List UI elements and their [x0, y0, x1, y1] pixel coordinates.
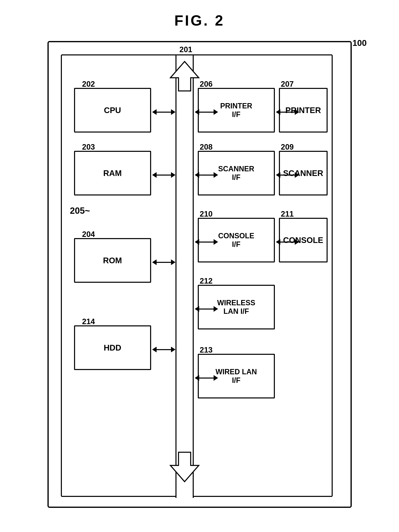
console-arrow-right — [276, 239, 299, 245]
hdd-arrow — [152, 347, 175, 352]
outer-box: 100 201 202 CPU 203 RA — [47, 41, 352, 508]
arrow-up — [169, 59, 200, 92]
ref-205: 205~ — [70, 206, 90, 216]
ref-207: 207 — [281, 80, 294, 89]
ref-211: 211 — [281, 210, 294, 218]
ram-arrow — [152, 172, 175, 178]
ref-203: 203 — [82, 143, 95, 152]
scanner-arrow-right — [276, 172, 299, 178]
ref-209: 209 — [281, 143, 294, 152]
bus-bar — [175, 55, 194, 498]
console-if-arrow-left — [195, 239, 218, 245]
ref-212: 212 — [200, 277, 212, 285]
ram-box: RAM — [74, 151, 151, 196]
label-100: 100 — [352, 38, 367, 48]
ref-213: 213 — [200, 346, 212, 355]
svg-marker-0 — [170, 62, 199, 91]
rom-arrow — [152, 260, 175, 265]
rom-box: ROM — [74, 238, 151, 283]
wired-if-arrow-left — [195, 375, 218, 381]
ref-204: 204 — [82, 230, 95, 239]
svg-marker-1 — [170, 452, 199, 482]
label-201: 201 — [180, 45, 192, 54]
scanner-if-arrow-left — [195, 172, 218, 178]
hdd-box: HDD — [74, 325, 151, 370]
printer-if-arrow-left — [195, 109, 218, 115]
ref-210: 210 — [200, 210, 212, 218]
arrow-down — [169, 451, 200, 484]
wireless-if-arrow-left — [195, 306, 218, 312]
cpu-arrow — [152, 109, 175, 115]
ref-208: 208 — [200, 143, 212, 152]
inner-box: 201 202 CPU 203 RAM — [61, 54, 333, 497]
cpu-box: CPU — [74, 88, 151, 133]
ref-214: 214 — [82, 317, 95, 326]
fig-title: FIG. 2 — [174, 12, 224, 29]
printer-arrow-right — [276, 109, 299, 115]
ref-202: 202 — [82, 80, 95, 89]
ref-206: 206 — [200, 80, 212, 89]
